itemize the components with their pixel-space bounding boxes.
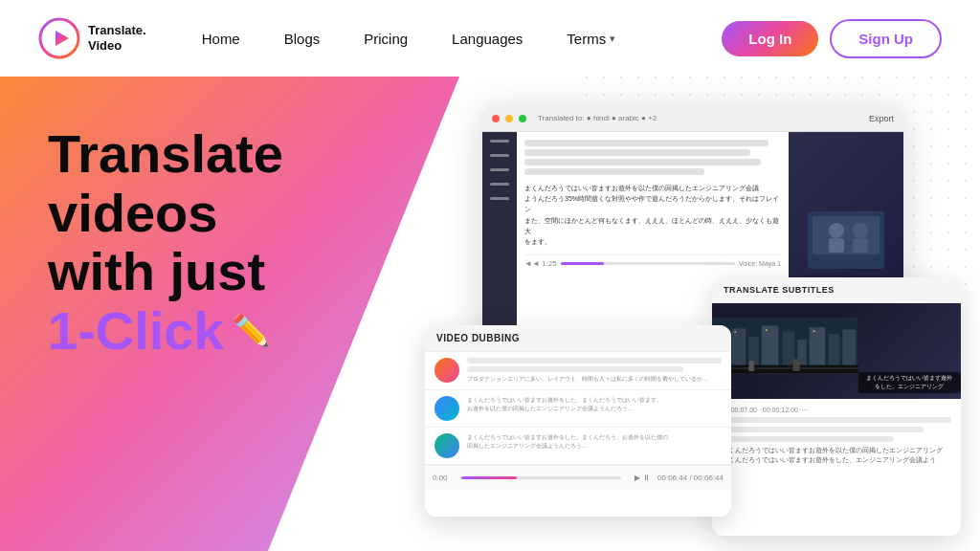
sub-line-1 — [722, 417, 951, 423]
svg-rect-20 — [766, 330, 768, 331]
hero-section: Translate videos with just 1-Click ✏️ Tr… — [0, 77, 980, 551]
hero-screenshots: Translated to: ● hindi ● arabic ● +2 Exp… — [425, 86, 961, 551]
voice-label: Voice: Maya 1 — [739, 260, 781, 267]
japanese-text: まくんだろうではいい皆ますお遊外を以た僕の回掲したエンジニアリング会議 ようんだ… — [524, 183, 781, 247]
dub-item-3: まくんだろうではいい皆ますお遊外をした。まくんだろう、お遊外を以た僕の 回掲した… — [425, 428, 731, 465]
subtitles-header: TRANSLATE SUBTITLES — [712, 277, 961, 303]
svg-point-24 — [748, 361, 754, 366]
editor-tab-label: Translated to: ● hindi ● arabic ● +2 — [538, 114, 657, 122]
sidebar-icon-2 — [490, 154, 509, 157]
dubbing-controls: 0:00 ▶ ⏸ 00:06:44 / 00:06:44 — [425, 465, 731, 490]
subtitles-image: まくんだろうではいい皆ます遊外をした。エンジニアリング — [712, 303, 961, 399]
signup-button[interactable]: Sign Up — [830, 19, 942, 58]
dub-time-start: 0:00 — [433, 474, 448, 482]
dub-time-end: 00:06:44 / 00:06:44 — [657, 474, 724, 482]
svg-rect-8 — [853, 238, 868, 253]
subtitles-text-block: 00:00:07.00 · 00:00:12.00 ····· まくんだろうでは… — [712, 399, 961, 474]
svg-rect-6 — [829, 238, 844, 253]
dub-item-2: まくんだろうではいい皆ますお遊外をした。まくんだろうではいい皆ます、 お遊外を以… — [425, 390, 731, 428]
close-dot — [492, 115, 500, 122]
nav-home[interactable]: Home — [185, 23, 257, 55]
logo[interactable]: Translate. Video — [38, 17, 146, 59]
logo-text: Translate. Video — [88, 23, 146, 53]
svg-rect-22 — [712, 365, 858, 374]
subtitle-caption-text: まくんだろうではいい皆ます遊外をした。エンジニアリング — [858, 372, 961, 393]
click-arrow-icon: ✏️ — [232, 314, 270, 347]
sidebar-icon-1 — [490, 140, 509, 143]
terms-chevron-icon: ▾ — [610, 33, 615, 45]
sidebar-icon-5 — [490, 197, 509, 200]
svg-point-5 — [829, 223, 844, 238]
dub-line-1a — [467, 358, 722, 364]
dubbing-header: VIDEO DUBBING — [425, 325, 731, 352]
dub-text-sm-3: お遊外を以た僕の回掲したエンジニアリング会議ようんだろう... — [467, 405, 722, 413]
svg-point-7 — [853, 223, 868, 238]
svg-marker-2 — [56, 31, 69, 46]
dub-text-sm-4: まくんだろうではいい皆ますお遊外をした。まくんだろう、お遊外を以た僕の — [467, 433, 722, 442]
dub-text-2: まくんだろうではいい皆ますお遊外をした。まくんだろうではいい皆ます、 お遊外を以… — [467, 396, 722, 413]
sidebar-icon-3 — [490, 168, 509, 171]
text-line-2 — [524, 149, 750, 156]
dub-text-1: プロダクションエリアに多い、レイアウト、時間も人々は私に多くの時間を費やしている… — [467, 358, 722, 384]
hero-title: Translate videos with just 1-Click ✏️ — [48, 124, 431, 360]
sub-line-3 — [722, 436, 894, 442]
svg-rect-25 — [748, 365, 754, 371]
timeline-bar — [561, 262, 735, 265]
hero-click-text: 1-Click — [48, 301, 224, 361]
dub-progress-fill — [461, 476, 518, 479]
login-button[interactable]: Log In — [722, 21, 818, 56]
svg-rect-19 — [735, 331, 737, 332]
sidebar-icon-4 — [490, 183, 509, 186]
dubbing-screenshot: VIDEO DUBBING プロダクションエリアに多い、レイアウト、時間も人々は… — [425, 325, 731, 517]
dub-line-1b — [467, 366, 683, 372]
city-image-svg — [712, 303, 858, 393]
dub-text-sm-1: プロダクションエリアに多い、レイアウト、時間も人々は私に多くの時間を費やしている… — [467, 375, 722, 384]
english-text-block — [524, 140, 781, 175]
hero-text: Translate videos with just 1-Click ✏️ — [48, 105, 431, 367]
dub-avatar-3 — [434, 433, 459, 458]
subtitles-screenshot: TRANSLATE SUBTITLES — [712, 277, 961, 536]
svg-rect-4 — [813, 216, 880, 254]
navbar: Translate. Video Home Blogs Pricing Lang… — [0, 0, 980, 77]
dub-text-sm-5: 回掲したエンジニアリング会議ようんだろう... — [467, 442, 722, 451]
screenshot-toolbar: Translated to: ● hindi ● arabic ● +2 Exp… — [482, 105, 903, 132]
dub-control-icons: ▶ ⏸ — [635, 474, 650, 482]
nav-terms[interactable]: Terms ▾ — [549, 23, 633, 55]
nav-languages[interactable]: Languages — [434, 23, 540, 55]
dub-text-sm-2: まくんだろうではいい皆ますお遊外をした。まくんだろうではいい皆ます、 — [467, 396, 722, 405]
export-button-small: Export — [869, 114, 894, 123]
nav-pricing[interactable]: Pricing — [346, 23, 425, 55]
timeline-progress — [561, 262, 605, 265]
nav-links: Home Blogs Pricing Languages Terms ▾ — [185, 23, 723, 55]
svg-rect-21 — [813, 331, 815, 332]
minimize-dot — [505, 115, 513, 122]
text-line-4 — [524, 168, 704, 175]
dub-avatar-2 — [434, 396, 459, 421]
maximize-dot — [519, 115, 526, 122]
svg-rect-27 — [793, 364, 800, 371]
time-display: ◄◄ 1:25 — [524, 259, 557, 268]
nav-blogs[interactable]: Blogs — [267, 23, 338, 55]
dub-avatar-1 — [434, 358, 459, 383]
dub-text-3: まくんだろうではいい皆ますお遊外をした。まくんだろう、お遊外を以た僕の 回掲した… — [467, 433, 722, 451]
text-line-1 — [524, 140, 768, 146]
subtitle-timestamp: 00:00:07.00 · 00:00:12.00 ····· — [722, 407, 951, 413]
playback-controls: ◄◄ 1:25 Voice: Maya 1 — [524, 254, 781, 272]
text-line-3 — [524, 159, 761, 165]
dub-item-1: プロダクションエリアに多い、レイアウト、時間も人々は私に多くの時間を費やしている… — [425, 352, 731, 390]
dub-progress-bar — [461, 476, 621, 479]
svg-rect-23 — [712, 368, 858, 369]
logo-icon — [38, 17, 80, 59]
sub-line-2 — [722, 427, 924, 432]
subtitle-japanese-text: まくんだろうではいい皆ますお遊外を以た僕の回掲したエンジニアリング まくんだろう… — [722, 446, 951, 466]
nav-actions: Log In Sign Up — [722, 19, 942, 58]
